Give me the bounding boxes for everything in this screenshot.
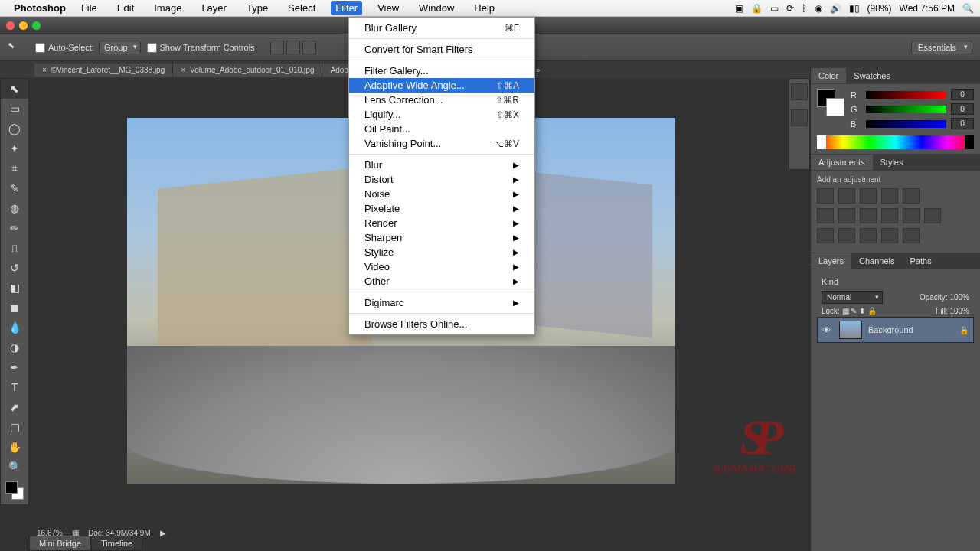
align-bottom-button[interactable]: [302, 41, 316, 54]
status-arrow-icon[interactable]: ▶: [160, 529, 166, 537]
zoom-window-button[interactable]: [32, 21, 41, 30]
align-middle-button[interactable]: [286, 41, 300, 54]
fill-value[interactable]: 100%: [949, 307, 969, 315]
menu-sharpen[interactable]: Sharpen▶: [349, 230, 534, 245]
menu-video[interactable]: Video▶: [349, 259, 534, 274]
blend-mode-select[interactable]: Normal: [822, 291, 883, 304]
auto-select-mode-select[interactable]: Group: [99, 41, 141, 54]
pen-tool[interactable]: ✒: [1, 357, 28, 377]
red-slider[interactable]: [866, 91, 946, 99]
bw-adjustment-icon[interactable]: [860, 208, 877, 223]
red-value[interactable]: 0: [951, 89, 974, 100]
menu-lens-correction[interactable]: Lens Correction...⇧⌘R: [349, 93, 534, 107]
posterize-adjustment-icon[interactable]: [838, 228, 855, 243]
menu-pixelate[interactable]: Pixelate▶: [349, 201, 534, 216]
hand-tool[interactable]: ✋: [1, 437, 28, 457]
swatches-tab[interactable]: Swatches: [846, 68, 898, 83]
timeline-tab[interactable]: Timeline: [91, 536, 142, 551]
lock-icon[interactable]: 🔒: [751, 3, 763, 14]
layer-thumbnail[interactable]: [839, 321, 862, 339]
menu-adaptive-wide-angle[interactable]: Adaptive Wide Angle...⇧⌘A: [349, 78, 534, 93]
battery-icon[interactable]: ▮▯: [849, 3, 860, 14]
workspace-selector[interactable]: Essentials: [911, 41, 972, 54]
crop-tool[interactable]: ⌗: [1, 158, 28, 178]
menu-oil-paint[interactable]: Oil Paint...: [349, 122, 534, 136]
mini-bridge-tab[interactable]: Mini Bridge: [29, 536, 91, 551]
color-spectrum[interactable]: [817, 135, 974, 149]
volume-icon[interactable]: 🔊: [830, 3, 841, 14]
healing-brush-tool[interactable]: ◍: [1, 198, 28, 218]
menu-filter-gallery[interactable]: Filter Gallery...: [349, 64, 534, 78]
channel-mixer-adjustment-icon[interactable]: [903, 208, 920, 223]
curves-adjustment-icon[interactable]: [860, 188, 877, 204]
adjustments-tab[interactable]: Adjustments: [811, 155, 873, 170]
menu-select[interactable]: Select: [283, 1, 320, 15]
menu-other[interactable]: Other▶: [349, 274, 534, 289]
styles-tab[interactable]: Styles: [873, 155, 911, 170]
menu-render[interactable]: Render▶: [349, 216, 534, 230]
levels-adjustment-icon[interactable]: [838, 188, 855, 204]
hue-adjustment-icon[interactable]: [817, 208, 834, 223]
photo-filter-adjustment-icon[interactable]: [881, 208, 898, 223]
background-color-swatch[interactable]: [826, 98, 844, 116]
gradient-tool[interactable]: ◼: [1, 298, 28, 318]
screen-share-icon[interactable]: ▣: [735, 3, 743, 14]
menu-image[interactable]: Image: [149, 1, 186, 15]
align-top-button[interactable]: [270, 41, 284, 54]
menu-file[interactable]: File: [77, 1, 102, 15]
layers-tab[interactable]: Layers: [811, 253, 851, 269]
opacity-value[interactable]: 100%: [949, 293, 969, 302]
menu-view[interactable]: View: [373, 1, 403, 15]
color-tab[interactable]: Color: [811, 68, 846, 83]
menu-edit[interactable]: Edit: [113, 1, 139, 15]
selective-color-adjustment-icon[interactable]: [903, 228, 920, 243]
close-icon[interactable]: ×: [181, 66, 185, 74]
move-tool[interactable]: ⬉: [1, 79, 28, 99]
threshold-adjustment-icon[interactable]: [860, 228, 877, 243]
paths-tab[interactable]: Paths: [903, 253, 939, 269]
properties-panel-icon[interactable]: [791, 109, 808, 126]
brush-tool[interactable]: ✏: [1, 218, 28, 238]
sync-icon[interactable]: ⟳: [786, 3, 794, 14]
wifi-icon[interactable]: ◉: [815, 3, 822, 14]
spotlight-icon[interactable]: 🔍: [962, 3, 974, 14]
marquee-tool[interactable]: ▭: [1, 99, 28, 119]
menu-last-filter[interactable]: Blur Gallery⌘F: [349, 21, 534, 35]
channels-tab[interactable]: Channels: [851, 253, 902, 269]
menu-vanishing-point[interactable]: Vanishing Point...⌥⌘V: [349, 136, 534, 151]
type-tool[interactable]: T: [1, 377, 28, 397]
menu-stylize[interactable]: Stylize▶: [349, 245, 534, 259]
menu-digimarc[interactable]: Digimarc▶: [349, 295, 534, 310]
display-icon[interactable]: ▭: [770, 3, 779, 14]
bluetooth-icon[interactable]: ᛒ: [802, 3, 807, 14]
magic-wand-tool[interactable]: ✦: [1, 139, 28, 158]
invert-adjustment-icon[interactable]: [817, 228, 834, 243]
menu-layer[interactable]: Layer: [197, 1, 231, 15]
history-panel-icon[interactable]: [791, 83, 808, 100]
dodge-tool[interactable]: ◑: [1, 337, 28, 357]
eraser-tool[interactable]: ◧: [1, 278, 28, 298]
close-window-button[interactable]: [6, 21, 15, 30]
layer-row[interactable]: 👁 Background 🔒: [817, 317, 974, 343]
menu-distort[interactable]: Distort▶: [349, 172, 534, 187]
history-brush-tool[interactable]: ↺: [1, 258, 28, 278]
brightness-adjustment-icon[interactable]: [817, 188, 834, 204]
auto-select-checkbox[interactable]: [35, 43, 45, 53]
app-name[interactable]: Photoshop: [14, 2, 66, 14]
gradient-map-adjustment-icon[interactable]: [881, 228, 898, 243]
menu-noise[interactable]: Noise▶: [349, 187, 534, 201]
tool-preset-icon[interactable]: ⬉: [8, 41, 21, 54]
path-selection-tool[interactable]: ⬈: [1, 397, 28, 417]
minimize-window-button[interactable]: [19, 21, 28, 30]
layer-visibility-icon[interactable]: 👁: [822, 325, 833, 334]
exposure-adjustment-icon[interactable]: [881, 188, 898, 204]
green-slider[interactable]: [866, 106, 946, 113]
vibrance-adjustment-icon[interactable]: [903, 188, 920, 204]
doc-tab[interactable]: ×©Vincent_Laforet__MG_0338.jpg: [34, 64, 173, 77]
doc-tab[interactable]: ×Volume_Adobe_outdoor_01_010.jpg: [173, 64, 322, 77]
fg-color-swatch[interactable]: [5, 481, 18, 494]
blue-slider[interactable]: [866, 120, 946, 128]
menu-filter[interactable]: Filter: [331, 1, 362, 15]
rectangle-tool[interactable]: ▢: [1, 417, 28, 437]
zoom-tool[interactable]: 🔍: [1, 457, 28, 477]
